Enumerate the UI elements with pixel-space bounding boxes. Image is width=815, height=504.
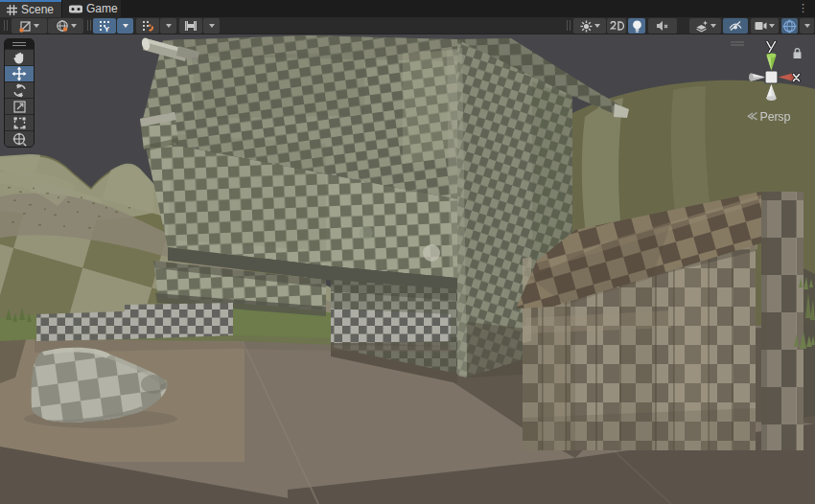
svg-text:Persp: Persp (760, 110, 791, 124)
svg-text:Y: Y (104, 25, 109, 33)
